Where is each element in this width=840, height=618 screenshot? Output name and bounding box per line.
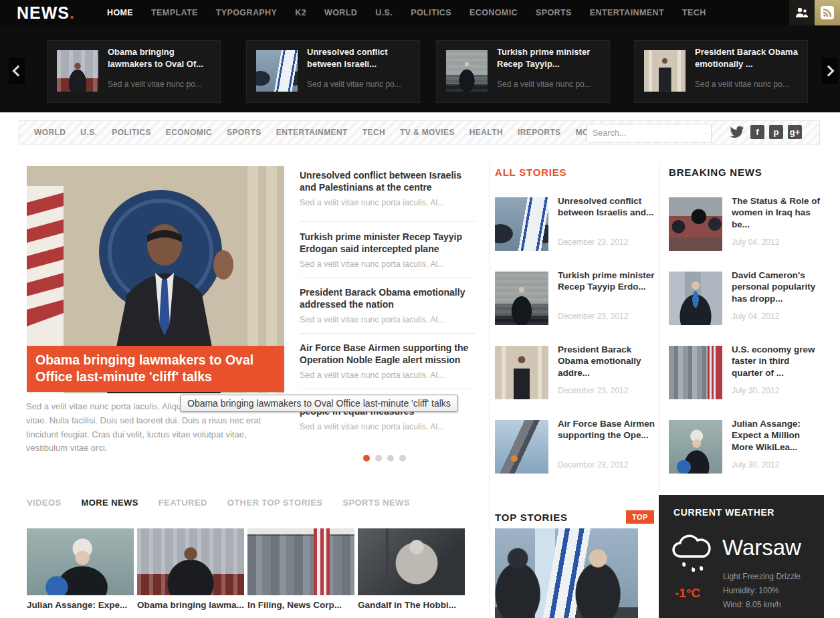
article-title[interactable]: Turkish prime minister Recep Tayyip Erdo…	[300, 231, 475, 255]
carousel-item-title[interactable]: Turkish prime minister Recep Tayyip...	[497, 46, 603, 70]
menu-item-economic[interactable]: ECONOMIC	[469, 8, 518, 17]
story-title[interactable]: Air Force Base Airmen supporting the Ope…	[558, 418, 659, 441]
site-logo[interactable]: NEWS.	[17, 3, 75, 23]
list-item[interactable]: President Barack Obama emotionally addre…	[495, 346, 659, 413]
tab-more-news[interactable]: MORE NEWS	[82, 498, 138, 508]
user-login-button[interactable]	[789, 0, 815, 25]
subnav-us[interactable]: U.S.	[80, 128, 97, 137]
tab-featured[interactable]: FEATURED	[159, 498, 207, 508]
tab-other-top-stories[interactable]: OTHER TOP STORIES	[227, 498, 323, 508]
pagination-dot-active[interactable]	[363, 455, 370, 461]
article-title[interactable]: Gandalf in The Hobbi...	[358, 600, 465, 610]
list-item[interactable]: David Cameron's personal popularity has …	[669, 272, 823, 338]
story-title[interactable]: President Barack Obama emotionally addre…	[558, 344, 659, 379]
carousel-item-title[interactable]: Unresolved conflict between Israeli...	[307, 46, 413, 70]
featured-headline-banner[interactable]: Obama bringing lawmakers to Oval Office …	[27, 346, 284, 392]
carousel-item-thumbnail[interactable]	[57, 50, 98, 92]
rss-button[interactable]	[815, 0, 840, 25]
article-title[interactable]: Julian Assange: Expe...	[27, 600, 134, 610]
story-title[interactable]: Unresolved conflict between Israelis and…	[558, 195, 659, 219]
top-story-image[interactable]	[495, 528, 638, 618]
carousel-prev-button[interactable]	[9, 58, 25, 84]
carousel-item[interactable]: Unresolved conflict between Israeli... S…	[246, 40, 420, 103]
subnav-politics[interactable]: POLITICS	[112, 128, 151, 137]
story-thumbnail[interactable]	[669, 272, 722, 325]
carousel-item[interactable]: Obama bringing lawmakers to Oval Of... S…	[47, 40, 221, 103]
subnav-sports[interactable]: SPORTS	[227, 128, 261, 137]
menu-item-tech[interactable]: TECH	[682, 8, 706, 17]
story-title[interactable]: Turkish prime minister Recep Tayyip Erdo…	[558, 270, 659, 293]
article-teaser[interactable]: President Barack Obama emotionally addre…	[300, 286, 475, 324]
tab-videos[interactable]: VIDEOS	[27, 498, 62, 508]
list-item[interactable]: Turkish prime minister Recep Tayyip Erdo…	[495, 272, 659, 338]
list-item[interactable]: U.S. economy grew faster in third quarte…	[669, 346, 823, 413]
story-title[interactable]: The Status & Role of women in Iraq has b…	[732, 195, 823, 230]
list-item[interactable]: Unresolved conflict between Israelis and…	[495, 197, 659, 264]
article-teaser[interactable]: Unresolved conflict between Israelis and…	[300, 169, 475, 207]
facebook-icon[interactable]: f	[750, 125, 764, 139]
twitter-icon[interactable]	[728, 124, 746, 139]
story-thumbnail[interactable]	[495, 420, 548, 474]
featured-headline[interactable]: Obama bringing lawmakers to Oval Office …	[35, 352, 276, 386]
carousel-item[interactable]: President Barack Obama emotionally ... S…	[634, 40, 808, 103]
top-badge[interactable]: TOP	[626, 510, 654, 524]
bottom-article-card[interactable]: In Filing, News Corp...	[247, 528, 354, 610]
tab-sports-news[interactable]: SPORTS NEWS	[342, 498, 409, 508]
pagination-dot[interactable]	[387, 455, 394, 461]
story-title[interactable]: Julian Assange: Expect a Million More Wi…	[732, 418, 823, 453]
article-title[interactable]: President Barack Obama emotionally addre…	[300, 286, 475, 310]
article-teaser[interactable]: Turkish prime minister Recep Tayyip Erdo…	[300, 231, 475, 269]
bottom-article-card[interactable]: Gandalf in The Hobbi...	[358, 528, 465, 610]
carousel-item[interactable]: Turkish prime minister Recep Tayyip... S…	[436, 40, 610, 103]
subnav-world[interactable]: WORLD	[34, 128, 66, 137]
article-image[interactable]	[358, 528, 465, 595]
article-teaser[interactable]: Air Force Base Airmen supporting the Ope…	[300, 342, 475, 380]
article-title[interactable]: Unresolved conflict between Israelis and…	[300, 169, 475, 193]
bottom-article-card[interactable]: Obama bringing lawma...	[137, 528, 244, 610]
subnav-health[interactable]: HEALTH	[469, 128, 503, 137]
story-thumbnail[interactable]	[495, 346, 548, 399]
carousel-item-title[interactable]: President Barack Obama emotionally ...	[695, 46, 801, 70]
carousel-next-button[interactable]	[822, 58, 838, 84]
subnav-economic[interactable]: ECONOMIC	[166, 128, 212, 137]
search-icon[interactable]	[706, 128, 707, 138]
story-thumbnail[interactable]	[495, 272, 548, 325]
pagination-dot[interactable]	[399, 455, 406, 461]
menu-item-template[interactable]: TEMPLATE	[151, 8, 198, 17]
subnav-tv-movies[interactable]: TV & MOVIES	[400, 128, 455, 137]
article-title[interactable]: Air Force Base Airmen supporting the Ope…	[300, 342, 475, 366]
carousel-item-title[interactable]: Obama bringing lawmakers to Oval Of...	[108, 46, 213, 70]
list-item[interactable]: Julian Assange: Expect a Million More Wi…	[669, 420, 823, 487]
article-title[interactable]: In Filing, News Corp...	[247, 600, 354, 610]
menu-item-home[interactable]: HOME	[107, 8, 133, 17]
pagination-dot[interactable]	[375, 455, 382, 461]
article-image[interactable]	[247, 528, 354, 595]
menu-item-politics[interactable]: POLITICS	[411, 8, 451, 17]
menu-item-world[interactable]: WORLD	[324, 8, 357, 17]
subnav-ireports[interactable]: IREPORTS	[518, 128, 561, 137]
subnav-entertainment[interactable]: ENTERTAINMENT	[276, 128, 348, 137]
story-title[interactable]: David Cameron's personal popularity has …	[732, 270, 823, 304]
story-thumbnail[interactable]	[669, 420, 722, 474]
bottom-article-card[interactable]: Julian Assange: Expe...	[27, 528, 134, 610]
story-title[interactable]: U.S. economy grew faster in third quarte…	[732, 344, 823, 379]
menu-item-typography[interactable]: TYPOGRAPHY	[216, 8, 278, 17]
search-input[interactable]	[587, 128, 706, 138]
menu-item-us[interactable]: U.S.	[375, 8, 393, 17]
menu-item-entertainment[interactable]: ENTERTAINMENT	[590, 8, 664, 17]
google-plus-icon[interactable]: g+	[788, 125, 802, 139]
menu-item-sports[interactable]: SPORTS	[536, 8, 572, 17]
list-item[interactable]: The Status & Role of women in Iraq has b…	[669, 197, 823, 264]
subnav-tech[interactable]: TECH	[362, 128, 385, 137]
pinterest-icon[interactable]: p	[769, 125, 783, 139]
story-thumbnail[interactable]	[495, 197, 548, 251]
story-thumbnail[interactable]	[669, 346, 722, 399]
article-image[interactable]	[27, 528, 134, 595]
carousel-item-thumbnail[interactable]	[446, 50, 488, 92]
carousel-item-thumbnail[interactable]	[256, 50, 298, 92]
list-item[interactable]: Air Force Base Airmen supporting the Ope…	[495, 420, 659, 487]
menu-item-k2[interactable]: K2	[295, 8, 306, 17]
story-thumbnail[interactable]	[669, 197, 722, 251]
article-image[interactable]	[137, 528, 244, 595]
article-title[interactable]: Obama bringing lawma...	[137, 600, 244, 610]
